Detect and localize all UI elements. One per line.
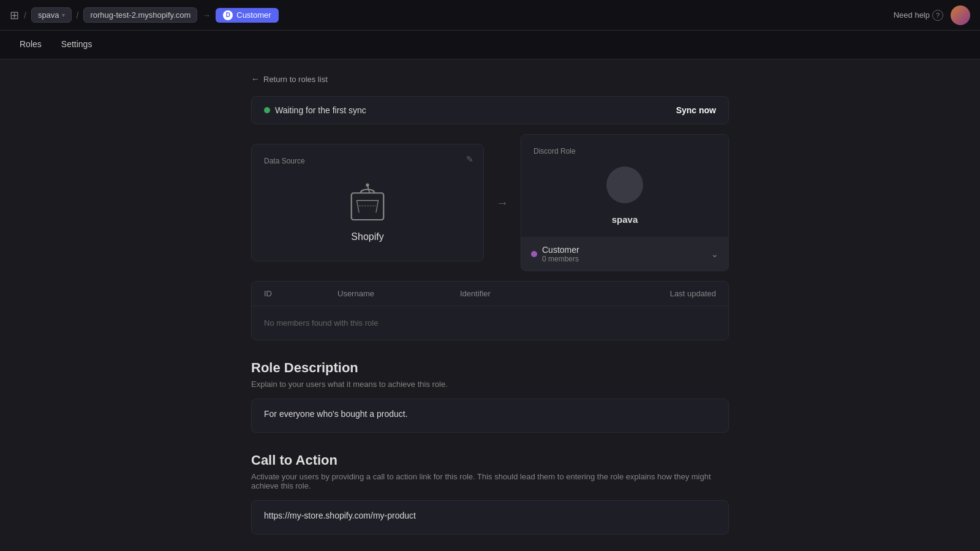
data-source-card: Data Source ✎ Shopify	[251, 144, 484, 261]
server-avatar	[606, 167, 643, 203]
table-empty-message: No members found with this role	[252, 306, 728, 340]
col-id: ID	[264, 289, 337, 298]
role-description-subtitle: Explain to your users what it means to a…	[251, 380, 729, 389]
workspace-chevron-icon: ▾	[62, 12, 65, 18]
data-source-label: Data Source	[264, 157, 471, 165]
role-chevron-down-icon: ⌄	[711, 249, 718, 259]
sync-status-dot	[264, 107, 270, 113]
subnav-settings[interactable]: Settings	[51, 31, 102, 59]
workspace-label: spava	[38, 10, 59, 20]
role-description-input[interactable]: For everyone who's bought a product.	[251, 399, 729, 433]
role-pill[interactable]: Customer 0 members ⌄	[521, 237, 728, 271]
shopify-bag-icon	[346, 181, 389, 224]
svg-point-1	[366, 184, 369, 187]
cta-title: Call to Action	[251, 452, 729, 468]
workspace-breadcrumb[interactable]: spava ▾	[31, 7, 72, 23]
role-pill-left: Customer 0 members	[531, 245, 579, 263]
breadcrumb-arrow-icon: →	[202, 10, 211, 20]
members-table: ID Username Identifier Last updated No m…	[251, 281, 729, 340]
role-breadcrumb-label: Customer	[236, 10, 271, 20]
shopify-name-label: Shopify	[351, 231, 383, 242]
col-last-updated: Last updated	[613, 289, 716, 298]
role-pill-info: Customer 0 members	[542, 245, 579, 263]
help-circle-icon: ?	[932, 10, 943, 21]
discord-role-top: Discord Role spava	[521, 135, 728, 237]
need-help-button[interactable]: Need help ?	[894, 10, 943, 21]
connector-arrow-icon: →	[484, 196, 521, 210]
cta-description: Activate your users by providing a call …	[251, 472, 729, 490]
edit-icon[interactable]: ✎	[466, 154, 473, 164]
discord-icon: D	[223, 10, 233, 20]
cta-url-input[interactable]: https://my-store.shopify.com/my-product	[251, 500, 729, 534]
svg-rect-0	[352, 193, 384, 220]
cards-row: Data Source ✎ Shopify →	[251, 134, 729, 271]
server-name-label: spava	[612, 214, 638, 225]
role-members-count: 0 members	[542, 255, 579, 263]
role-breadcrumb[interactable]: D Customer	[216, 8, 278, 23]
col-username: Username	[337, 289, 460, 298]
topbar: ⊞ / spava ▾ / rorhug-test-2.myshopify.co…	[0, 0, 980, 31]
call-to-action-section: Call to Action Activate your users by pr…	[251, 452, 729, 534]
shopify-logo: Shopify	[264, 175, 471, 249]
subnav: Roles Settings	[0, 31, 980, 59]
sync-now-button[interactable]: Sync now	[676, 105, 716, 115]
back-link[interactable]: ← Return to roles list	[251, 74, 729, 84]
topbar-left: ⊞ / spava ▾ / rorhug-test-2.myshopify.co…	[10, 7, 279, 23]
sync-status-text: Waiting for the first sync	[275, 105, 366, 115]
role-description-section: Role Description Explain to your users w…	[251, 360, 729, 433]
topbar-right: Need help ?	[894, 6, 970, 25]
back-link-label: Return to roles list	[263, 75, 328, 84]
sync-banner: Waiting for the first sync Sync now	[251, 96, 729, 124]
col-identifier: Identifier	[460, 289, 613, 298]
main-content: ← Return to roles list Waiting for the f…	[251, 59, 729, 551]
need-help-label: Need help	[894, 10, 930, 20]
subnav-roles[interactable]: Roles	[10, 31, 51, 59]
user-avatar[interactable]	[951, 6, 970, 25]
separator-1: /	[24, 10, 26, 20]
role-color-dot	[531, 251, 537, 257]
table-header: ID Username Identifier Last updated	[252, 282, 728, 306]
separator-2: /	[77, 10, 79, 20]
store-breadcrumb[interactable]: rorhug-test-2.myshopify.com	[83, 7, 197, 23]
discord-role-card-label: Discord Role	[533, 147, 576, 156]
role-name-label: Customer	[542, 245, 579, 255]
grid-icon[interactable]: ⊞	[10, 9, 19, 22]
store-label: rorhug-test-2.myshopify.com	[90, 10, 190, 20]
discord-role-card: Discord Role spava Customer 0 members ⌄	[521, 134, 729, 271]
sync-status: Waiting for the first sync	[264, 105, 366, 115]
role-description-title: Role Description	[251, 360, 729, 376]
back-arrow-icon: ←	[251, 74, 260, 84]
